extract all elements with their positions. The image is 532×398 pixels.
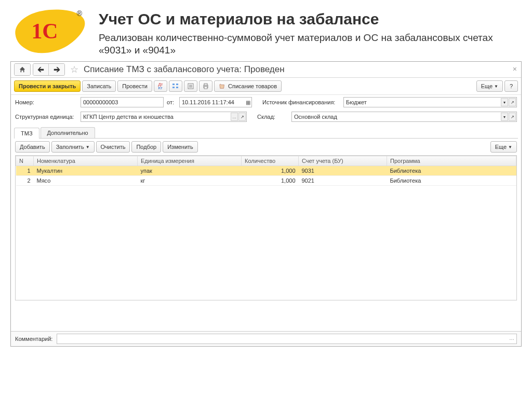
svg-rect-11 [204, 87, 207, 89]
help-button[interactable]: ? [504, 80, 518, 92]
app-window: × 🡰 🡲 ☆ Списание ТМЗ с забалансового уче… [10, 61, 522, 347]
forward-button[interactable]: 🡲 [49, 64, 64, 75]
structure-icon[interactable] [169, 80, 182, 92]
report-icon[interactable] [184, 80, 197, 92]
print-icon[interactable] [199, 80, 212, 92]
svg-rect-1 [172, 84, 175, 85]
source-label: Источник финансирования: [262, 99, 340, 105]
writeoff-goods-button[interactable]: Списание товаров [214, 80, 282, 92]
write-button[interactable]: Записать [82, 80, 116, 92]
clear-button[interactable]: Очистить [96, 141, 130, 153]
number-field[interactable]: 00000000003 [81, 97, 164, 107]
dtkt-icon[interactable]: ДтКт [154, 80, 167, 92]
page-subtitle: Реализован количественно-суммовой учет м… [99, 32, 522, 57]
open-icon[interactable]: ↗ [509, 98, 516, 106]
svg-rect-4 [176, 87, 178, 88]
add-button[interactable]: Добавить [15, 141, 50, 153]
post-button[interactable]: Провести [117, 80, 152, 92]
comment-field[interactable]: … [57, 334, 517, 344]
fill-button[interactable]: Заполнить▼ [51, 141, 95, 153]
favorite-icon[interactable]: ☆ [70, 64, 78, 75]
page-title: Учет ОС и материалов на забалансе [99, 10, 522, 29]
svg-rect-10 [204, 84, 207, 85]
unit-field[interactable]: КГКП Центр детства и юношества …↗ [81, 112, 247, 122]
open-icon[interactable]: ↗ [238, 113, 246, 121]
col-nomen[interactable]: Номенклатура [34, 156, 138, 166]
tab-tmz[interactable]: ТМЗ [14, 128, 39, 139]
table-more-button[interactable]: Еще▼ [490, 141, 517, 153]
close-icon[interactable]: × [513, 65, 517, 73]
ellipsis-icon[interactable]: … [509, 335, 514, 341]
unit-label: Структурная единица: [15, 114, 77, 120]
table-row[interactable]: 1 Мукалтин упак 1,000 9031 Библиотека [16, 166, 516, 176]
document-title: Списание ТМЗ с забалансового учета: Пров… [84, 64, 285, 75]
col-unit[interactable]: Единица измерения [138, 156, 242, 166]
registered-icon: ® [77, 9, 82, 18]
navbar: 🡰 🡲 ☆ Списание ТМЗ с забалансового учета… [11, 62, 521, 78]
warehouse-field[interactable]: Основной склад ▾↗ [291, 112, 517, 122]
post-and-close-button[interactable]: Провести и закрыть [14, 80, 81, 92]
writeoff-label: Списание товаров [228, 83, 277, 89]
open-icon[interactable]: ↗ [509, 113, 516, 121]
col-qty[interactable]: Количество [242, 156, 299, 166]
date-field[interactable]: 10.11.2016 11:17:44▦ [179, 97, 252, 107]
svg-rect-2 [176, 84, 178, 85]
back-button[interactable]: 🡰 [33, 64, 49, 75]
svg-rect-3 [172, 87, 175, 88]
date-label: от: [167, 99, 174, 105]
table-row[interactable]: 2 Мясо кг 1,000 9021 Библиотека [16, 176, 516, 186]
number-label: Номер: [15, 99, 77, 105]
change-button[interactable]: Изменить [163, 141, 198, 153]
col-program[interactable]: Программа [387, 156, 516, 166]
col-n[interactable]: N [16, 156, 34, 166]
dropdown-icon[interactable]: ▾ [501, 113, 508, 121]
logo-1c: 1С ® [10, 5, 88, 57]
more-button[interactable]: Еще ▼ [476, 80, 503, 92]
dropdown-icon[interactable]: ▾ [501, 98, 508, 106]
tab-additional[interactable]: Дополнительно [41, 127, 95, 138]
col-account[interactable]: Счет учета (БУ) [299, 156, 387, 166]
comment-label: Комментарий: [15, 336, 52, 342]
ellipsis-icon[interactable]: … [231, 113, 238, 121]
source-field[interactable]: Бюджет ▾↗ [343, 97, 517, 107]
calendar-icon[interactable]: ▦ [246, 100, 250, 105]
warehouse-label: Склад: [257, 114, 288, 120]
goods-table[interactable]: N Номенклатура Единица измерения Количес… [15, 155, 517, 300]
home-button[interactable] [15, 64, 30, 75]
pick-button[interactable]: Подбор [131, 141, 161, 153]
svg-text:1С: 1С [31, 19, 58, 43]
main-toolbar: Провести и закрыть Записать Провести ДтК… [11, 78, 521, 95]
